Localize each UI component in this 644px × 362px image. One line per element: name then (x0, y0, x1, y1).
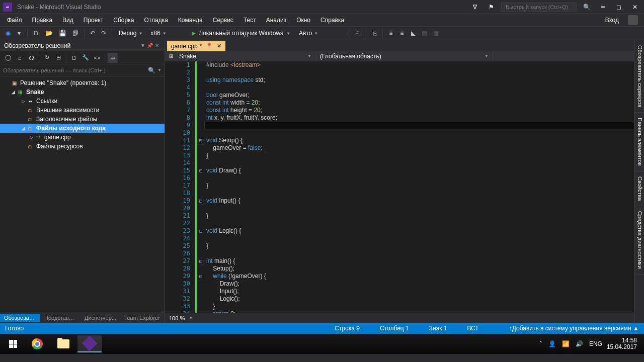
panel-close-icon[interactable]: ✕ (153, 43, 160, 48)
login-button[interactable]: Вход (600, 15, 624, 25)
status-ready: Готово (5, 325, 24, 332)
menu-team[interactable]: Команда (173, 15, 208, 25)
indent-right-button[interactable]: ≡ (397, 28, 407, 38)
minimize-button[interactable]: ━ (597, 4, 609, 11)
zoom-level[interactable]: 100 % (169, 315, 185, 321)
show-all-icon[interactable]: 🗋 (69, 53, 79, 63)
tray-volume-icon[interactable]: 🔊 (574, 340, 585, 347)
view-icon[interactable]: ▭ (108, 53, 118, 63)
step-button[interactable]: ⎘ (369, 28, 379, 38)
panel-dropdown-icon[interactable]: ▼ (139, 43, 146, 48)
menu-help[interactable]: Справка (315, 15, 349, 25)
sync-icon[interactable]: 🗘 (26, 53, 36, 63)
tray-clock[interactable]: 14:5815.04.2017 (607, 337, 637, 350)
line-number-gutter: 1234567891011121314151617181920212223242… (165, 61, 195, 313)
resources-node[interactable]: 🗀Файлы ресурсов (0, 142, 165, 151)
comment-button[interactable]: ▦ (419, 28, 430, 38)
taskbar-explorer[interactable] (51, 335, 75, 352)
redo-button[interactable]: ↷ (99, 28, 109, 38)
menu-file[interactable]: Файл (2, 15, 27, 25)
editor-zoom-bar: 100 % ▼ (165, 313, 644, 323)
quick-launch-input[interactable] (501, 3, 577, 12)
rail-diagnostics[interactable]: Средства диагностики (634, 206, 644, 274)
flag-icon[interactable]: ⚐ (352, 28, 363, 38)
nav-member-dropdown[interactable]: ▼ (493, 54, 644, 58)
filter-icon[interactable]: ∇ (469, 4, 481, 11)
rail-server-explorer[interactable]: Обозреватель серверов (634, 40, 644, 113)
nav-project-dropdown[interactable]: ⊞Snake▼ (165, 53, 316, 60)
external-deps-node[interactable]: 🗀Внешние зависимости (0, 106, 165, 115)
tab-solution-explorer[interactable]: Обозревате... (0, 314, 40, 322)
refresh-icon[interactable]: ↻ (42, 53, 52, 63)
search-icon[interactable]: 🔍 (581, 4, 593, 11)
avatar-icon[interactable] (628, 15, 638, 25)
headers-node[interactable]: 🗀Заголовочные файлы (0, 115, 165, 124)
references-node[interactable]: ▷▪▪Ссылки (0, 97, 165, 106)
solution-bottom-tabs: Обозревате... Представле... Диспетчер...… (0, 312, 165, 323)
search-icon[interactable]: 🔍 (148, 67, 155, 74)
sources-node[interactable]: ◢🗀Файлы исходного кода (0, 124, 165, 133)
properties-icon[interactable]: 🔧 (80, 53, 91, 63)
nav-scope-dropdown[interactable]: (Глобальная область)▼ (316, 53, 493, 60)
solution-search-input[interactable] (3, 67, 148, 73)
code-content[interactable]: #include <iostream>using namespace std;b… (204, 61, 644, 313)
tab-team-explorer[interactable]: Team Explorer (120, 314, 164, 322)
solution-node[interactable]: ▣Решение "Snake" (проектов: 1) (0, 78, 165, 87)
config-dropdown[interactable]: Debug▼ (115, 28, 146, 38)
tray-people-icon[interactable]: 👤 (547, 340, 557, 347)
tab-pin-icon[interactable]: 📍 (206, 43, 213, 49)
preview-icon[interactable]: <> (92, 53, 102, 63)
new-button[interactable]: 🗋 (31, 28, 42, 38)
menu-edit[interactable]: Правка (27, 15, 58, 25)
tab-game-cpp[interactable]: game.cpp* 📍 ✕ (167, 41, 225, 51)
menu-debug[interactable]: Отладка (139, 15, 173, 25)
menu-build[interactable]: Сборка (108, 15, 139, 25)
rail-properties[interactable]: Свойства (634, 171, 644, 206)
status-scc-button[interactable]: ↑ Добавить в систему управления версиями… (509, 325, 639, 332)
indent-left-button[interactable]: ≡ (386, 28, 396, 38)
tab-class-view[interactable]: Представле... (40, 314, 80, 322)
menu-window[interactable]: Окно (291, 15, 315, 25)
menu-project[interactable]: Проект (78, 15, 109, 25)
panel-title: Обозреватель решений (4, 42, 139, 49)
start-button[interactable] (2, 335, 24, 352)
maximize-button[interactable]: ◻ (613, 4, 625, 11)
collapse-icon[interactable]: ⊟ (53, 53, 63, 63)
save-button[interactable]: 💾 (56, 28, 69, 38)
close-button[interactable]: ✕ (629, 4, 641, 11)
panel-pin-icon[interactable]: 📌 (146, 43, 153, 48)
start-debug-button[interactable]: ▶Локальный отладчик Windows▼ (188, 29, 294, 38)
bookmark-button[interactable]: ◣ (408, 28, 418, 38)
auto-dropdown[interactable]: Авто▼ (295, 28, 346, 38)
zoom-dropdown-icon[interactable]: ▼ (189, 316, 193, 320)
menu-view[interactable]: Вид (57, 15, 78, 25)
taskbar-chrome[interactable] (25, 335, 49, 352)
notification-icon[interactable]: ⚑ (485, 4, 497, 11)
menu-test[interactable]: Тест (238, 15, 261, 25)
tray-chevron-icon[interactable]: ˄ (538, 340, 544, 347)
menu-service[interactable]: Сервис (208, 15, 238, 25)
tray-network-icon[interactable]: 📶 (560, 340, 571, 347)
rail-toolbox[interactable]: Панель элементов (634, 113, 644, 171)
undo-button[interactable]: ↶ (88, 28, 98, 38)
titlebar: ∞ Snake - Microsoft Visual Studio ∇ ⚑ 🔍 … (0, 0, 644, 14)
file-game-cpp[interactable]: ▷⁺⁺game.cpp (0, 133, 165, 142)
home-icon[interactable]: ⌂ (15, 53, 25, 63)
search-dropdown-icon[interactable]: ▼ (157, 68, 162, 72)
window-title: Snake - Microsoft Visual Studio (17, 4, 469, 11)
tab-close-icon[interactable]: ✕ (217, 43, 221, 49)
tab-dispatcher[interactable]: Диспетчер... (80, 314, 120, 322)
back-icon[interactable]: ◯ (3, 53, 13, 63)
taskbar-visual-studio[interactable] (77, 335, 102, 352)
tab-label: game.cpp (171, 43, 198, 50)
code-editor[interactable]: 1234567891011121314151617181920212223242… (165, 61, 644, 313)
platform-dropdown[interactable]: x86▼ (147, 28, 187, 38)
uncomment-button[interactable]: ▦ (431, 28, 441, 38)
menu-analyze[interactable]: Анализ (261, 15, 292, 25)
save-all-button[interactable]: 🗐 (70, 28, 81, 38)
open-button[interactable]: 📂 (43, 28, 55, 38)
nav-back-button[interactable]: ◉ (3, 28, 13, 38)
tray-language[interactable]: ENG (588, 340, 604, 347)
nav-fwd-button[interactable]: ▾ (14, 28, 24, 38)
project-node[interactable]: ◢⊞Snake (0, 87, 165, 97)
